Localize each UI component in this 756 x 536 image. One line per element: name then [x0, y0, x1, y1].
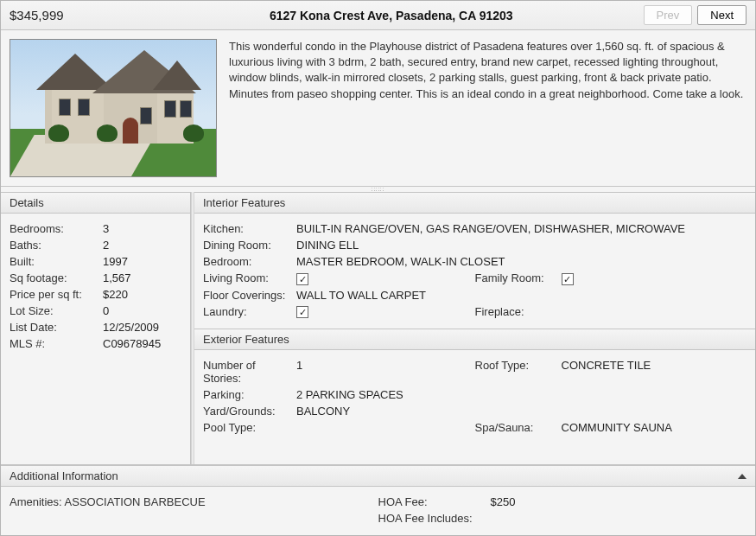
additional-panel: Additional Information Amenities: ASSOCI…	[1, 464, 755, 535]
exterior-header-label: Exterior Features	[203, 333, 289, 346]
pool-label: Pool Type:	[203, 421, 296, 434]
roof-value: CONCRETE TILE	[562, 359, 747, 385]
baths-value: 2	[103, 239, 181, 252]
lot-value: 0	[103, 304, 181, 317]
overview-panel: This wonderful condo in the Playhouse di…	[1, 30, 755, 187]
additional-content: Amenities: ASSOCIATION BARBECUE HOA Fee:…	[1, 487, 755, 535]
listing-window: $345,999 6127 Kona Crest Ave, Pasadena, …	[0, 0, 756, 536]
hoainc-value	[491, 512, 747, 525]
laundry-label: Laundry:	[203, 305, 296, 319]
details-header: Details	[1, 192, 190, 214]
details-column: Details Bedrooms:3 Baths:2 Built:1997 Sq…	[1, 192, 191, 464]
living-checkbox[interactable]: ✓	[296, 273, 308, 285]
date-label: List Date:	[10, 321, 103, 334]
mls-value: C09678945	[103, 337, 181, 350]
sqft-value: 1,567	[103, 271, 181, 284]
ppsf-value: $220	[103, 288, 181, 301]
lot-label: Lot Size:	[10, 304, 103, 317]
listing-price: $345,999	[10, 8, 139, 22]
stories-value: 1	[296, 359, 475, 385]
prev-button[interactable]: Prev	[644, 5, 693, 25]
exterior-header: Exterior Features	[194, 329, 755, 350]
details-content: Bedrooms:3 Baths:2 Built:1997 Sq footage…	[1, 214, 190, 361]
parking-label: Parking:	[203, 388, 296, 401]
fireplace-value	[562, 305, 747, 319]
splitter-handle-vertical[interactable]	[191, 192, 194, 464]
fireplace-label: Fireplace:	[475, 305, 562, 319]
collapse-icon	[738, 474, 746, 479]
dining-label: Dining Room:	[203, 239, 296, 252]
dining-value: DINING ELL	[296, 239, 746, 252]
roof-label: Roof Type:	[475, 359, 562, 385]
pool-value	[296, 421, 475, 434]
additional-header[interactable]: Additional Information	[1, 465, 755, 487]
sqft-label: Sq footage:	[10, 271, 103, 284]
yard-value: BALCONY	[296, 405, 746, 418]
header-bar: $345,999 6127 Kona Crest Ave, Pasadena, …	[1, 1, 755, 30]
features-column: Interior Features Kitchen:BUILT-IN RANGE…	[194, 192, 755, 464]
exterior-content: Number of Stories:1 Roof Type:CONCRETE T…	[194, 350, 755, 444]
built-value: 1997	[103, 255, 181, 268]
kitchen-label: Kitchen:	[203, 222, 296, 235]
interior-header: Interior Features	[194, 192, 755, 214]
hoa-value: $250	[491, 495, 747, 508]
baths-label: Baths:	[10, 239, 103, 252]
next-button[interactable]: Next	[697, 5, 746, 25]
bedroom-value: MASTER BEDROOM, WALK-IN CLOSET	[296, 255, 746, 268]
stories-label: Number of Stories:	[203, 359, 296, 385]
built-label: Built:	[10, 255, 103, 268]
property-photo	[10, 39, 217, 177]
additional-header-label: Additional Information	[10, 469, 118, 482]
spa-label: Spa/Sauna:	[475, 421, 562, 434]
mls-label: MLS #:	[10, 337, 103, 350]
kitchen-value: BUILT-IN RANGE/OVEN, GAS RANGE/OVEN, DIS…	[296, 222, 746, 235]
interior-header-label: Interior Features	[203, 196, 285, 209]
interior-content: Kitchen:BUILT-IN RANGE/OVEN, GAS RANGE/O…	[194, 214, 755, 329]
spa-value: COMMUNITY SAUNA	[562, 421, 747, 434]
floor-value: WALL TO WALL CARPET	[296, 289, 746, 302]
lower-panels: Details Bedrooms:3 Baths:2 Built:1997 Sq…	[1, 192, 755, 464]
nav-buttons: Prev Next	[644, 5, 746, 25]
family-checkbox[interactable]: ✓	[562, 273, 574, 285]
laundry-checkbox[interactable]: ✓	[296, 306, 308, 318]
listing-address: 6127 Kona Crest Ave, Pasadena, CA 91203	[139, 9, 644, 22]
bedrooms-value: 3	[103, 222, 181, 235]
hoa-label: HOA Fee:	[378, 495, 491, 508]
yard-label: Yard/Grounds:	[203, 405, 296, 418]
hoainc-label: HOA Fee Includes:	[378, 512, 491, 525]
bedrooms-label: Bedrooms:	[10, 222, 103, 235]
amenities-row: Amenities: ASSOCIATION BARBECUE	[10, 495, 206, 508]
property-description: This wonderful condo in the Playhouse di…	[229, 39, 746, 177]
details-header-label: Details	[10, 196, 44, 209]
floor-label: Floor Coverings:	[203, 289, 296, 302]
family-label: Family Room:	[475, 271, 562, 285]
bedroom-label: Bedroom:	[203, 255, 296, 268]
date-value: 12/25/2009	[103, 321, 181, 334]
parking-value: 2 PARKING SPACES	[296, 388, 746, 401]
living-label: Living Room:	[203, 271, 296, 285]
ppsf-label: Price per sq ft:	[10, 288, 103, 301]
